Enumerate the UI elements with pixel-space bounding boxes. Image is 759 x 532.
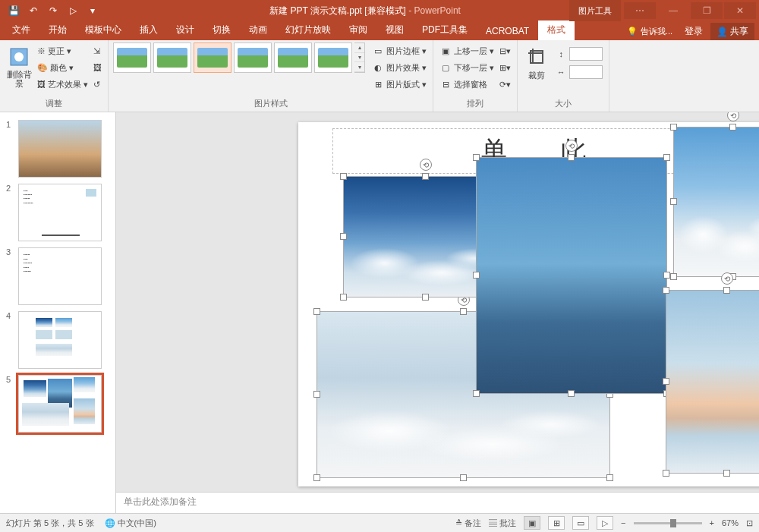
lightbulb-icon: 💡 — [627, 27, 638, 36]
ribbon-options-button[interactable]: ⋯ — [624, 2, 656, 19]
picture[interactable]: ⟲ — [666, 291, 759, 473]
width-icon: ↔ — [555, 66, 567, 78]
app-name: - PowerPoint — [406, 5, 461, 16]
fit-to-window-button[interactable]: ⊡ — [746, 518, 753, 528]
slide-number: 4 — [6, 311, 14, 320]
reading-view-button[interactable]: ▭ — [572, 516, 589, 530]
slide-thumbnail[interactable] — [18, 120, 102, 178]
artistic-effects-button[interactable]: 🖼 艺术效果 ▾ — [36, 76, 90, 93]
picture[interactable]: ⟲ — [674, 127, 759, 276]
tab-view[interactable]: 视图 — [376, 20, 413, 40]
layout-icon: ⊞ — [372, 78, 384, 90]
slide-thumbnail[interactable] — [18, 375, 102, 433]
reset-picture-button[interactable]: ↺ — [92, 76, 103, 93]
slide-thumbnail[interactable] — [18, 311, 102, 369]
tab-insert[interactable]: 插入 — [131, 20, 167, 40]
window-title: 新建 PPT 演示文稿.ppt [兼容模式] - PowerPoint — [106, 5, 624, 17]
tab-acrobat[interactable]: ACROBAT — [477, 23, 538, 40]
zoom-out-button[interactable]: − — [621, 518, 625, 527]
redo-button[interactable]: ↷ — [44, 2, 62, 19]
tab-file[interactable]: 文件 — [3, 20, 39, 40]
tab-transitions[interactable]: 切换 — [203, 20, 240, 40]
slideshow-view-button[interactable]: ▷ — [597, 516, 613, 530]
restore-button[interactable]: ❐ — [691, 2, 723, 19]
slide-number: 3 — [6, 247, 14, 257]
language-button[interactable]: 🌐 中文(中国) — [105, 518, 156, 529]
picture[interactable]: ⟲ — [477, 158, 666, 393]
height-icon: ↕ — [555, 48, 567, 60]
undo-button[interactable]: ↶ — [24, 2, 43, 19]
group-button[interactable]: ⊞▾ — [498, 59, 512, 76]
slide-thumb-row[interactable]: 5 — [0, 372, 115, 436]
zoom-in-button[interactable]: + — [710, 518, 714, 527]
slide-thumb-row[interactable]: 2 ▪▪▪▪▪▪▪▪▪▪▪▪▪▪▪▪▪▪▪▪▪▪▪▪▪▪▪ — [0, 181, 115, 244]
tab-pdf[interactable]: PDF工具集 — [413, 20, 477, 40]
picture-styles-gallery[interactable]: ▴▾▾ — [113, 42, 365, 73]
signin-button[interactable]: 登录 — [680, 24, 707, 39]
width-input[interactable]: ↔ — [553, 64, 604, 80]
bring-forward-button[interactable]: ▣上移一层 ▾ — [438, 42, 496, 59]
ribbon: 删除背景 ※ 更正 ▾ 🎨 颜色 ▾ 🖼 艺术效果 ▾ ⇲ 🖼 ↺ 调整 — [0, 40, 759, 112]
picture-layout-button[interactable]: ⊞图片版式 ▾ — [370, 76, 428, 93]
zoom-percentage[interactable]: 67% — [722, 518, 739, 527]
bring-forward-icon: ▣ — [439, 45, 452, 57]
align-button[interactable]: ⊟▾ — [498, 42, 512, 59]
group-size: 裁剪 ↕ ↔ 大小 — [518, 40, 609, 112]
close-button[interactable]: ✕ — [724, 2, 756, 19]
height-input[interactable]: ↕ — [553, 46, 604, 62]
normal-view-button[interactable]: ▣ — [524, 516, 540, 530]
start-slideshow-button[interactable]: ▷ — [64, 2, 82, 19]
style-item[interactable] — [113, 42, 151, 73]
tab-home[interactable]: 开始 — [39, 20, 76, 40]
group-adjust: 删除背景 ※ 更正 ▾ 🎨 颜色 ▾ 🖼 艺术效果 ▾ ⇲ 🖼 ↺ 调整 — [0, 40, 109, 112]
slide-thumb-row[interactable]: 3 ▪▪▪▪▪▪▪▪▪▪▪▪▪▪▪▪▪▪▪▪▪▪▪▪▪▪▪▪▪▪ — [0, 244, 115, 308]
save-button[interactable]: 💾 — [5, 2, 23, 19]
tab-animations[interactable]: 动画 — [240, 20, 276, 40]
slide-thumbnail[interactable]: ▪▪▪▪▪▪▪▪▪▪▪▪▪▪▪▪▪▪▪▪▪▪▪▪▪▪▪▪▪▪ — [18, 247, 102, 305]
tab-format[interactable]: 格式 — [538, 20, 575, 40]
picture-border-button[interactable]: ▭图片边框 ▾ — [370, 42, 428, 59]
border-icon: ▭ — [372, 45, 384, 57]
slide-editor[interactable]: 单 此 ⟲ ⟲ ⟲ ⟲ ⟲ — [116, 112, 759, 513]
zoom-slider[interactable] — [634, 522, 702, 524]
selection-pane-button[interactable]: ⊟选择窗格 — [438, 76, 496, 93]
slide-thumb-row[interactable]: 4 — [0, 308, 115, 372]
color-button[interactable]: 🎨 颜色 ▾ — [36, 59, 90, 76]
slide-info: 幻灯片 第 5 张，共 5 张 — [6, 518, 94, 529]
tab-design[interactable]: 设计 — [167, 20, 203, 40]
rotate-button[interactable]: ⟳▾ — [498, 76, 512, 93]
quick-access-toolbar: 💾 ↶ ↷ ▷ ▾ — [0, 2, 106, 19]
corrections-button[interactable]: ※ 更正 ▾ — [36, 42, 90, 59]
remove-background-button[interactable]: 删除背景 — [5, 42, 33, 88]
style-item[interactable] — [194, 42, 231, 73]
send-backward-button[interactable]: ▢下移一层 ▾ — [438, 59, 496, 76]
change-picture-button[interactable]: 🖼 — [92, 59, 103, 76]
group-styles-label: 图片样式 — [113, 96, 428, 112]
minimize-button[interactable]: — — [657, 2, 689, 19]
svg-point-1 — [14, 52, 24, 61]
slide-thumbnail-panel[interactable]: 1 2 ▪▪▪▪▪▪▪▪▪▪▪▪▪▪▪▪▪▪▪▪▪▪▪▪▪▪▪ 3 ▪▪▪▪▪▪… — [0, 112, 116, 513]
tell-me-search[interactable]: 💡 告诉我... — [622, 24, 677, 39]
crop-button[interactable]: 裁剪 — [522, 42, 551, 81]
tab-slideshow[interactable]: 幻灯片放映 — [276, 20, 340, 40]
share-label: 共享 — [730, 25, 748, 38]
gallery-more-button[interactable]: ▴▾▾ — [354, 42, 365, 73]
style-item[interactable] — [314, 42, 352, 73]
tab-template[interactable]: 模板中心 — [76, 20, 131, 40]
compress-pictures-button[interactable]: ⇲ — [92, 42, 103, 59]
comments-toggle[interactable]: ▤ 批注 — [489, 518, 516, 529]
picture-effects-button[interactable]: ◐图片效果 ▾ — [370, 59, 428, 76]
slide-number: 1 — [6, 120, 14, 129]
slide-thumb-row[interactable]: 1 — [0, 117, 115, 181]
style-item[interactable] — [234, 42, 272, 73]
notes-toggle[interactable]: ≙ 备注 — [455, 518, 481, 529]
share-button[interactable]: 👤 共享 — [710, 23, 754, 40]
qat-more-button[interactable]: ▾ — [83, 2, 102, 19]
style-item[interactable] — [153, 42, 191, 73]
rotate-handle[interactable]: ⟲ — [727, 112, 739, 121]
notes-pane[interactable]: 单击此处添加备注 — [116, 492, 759, 513]
sorter-view-button[interactable]: ⊞ — [548, 516, 565, 530]
slide-thumbnail[interactable]: ▪▪▪▪▪▪▪▪▪▪▪▪▪▪▪▪▪▪▪▪▪▪▪▪▪▪▪ — [18, 184, 102, 241]
tab-review[interactable]: 审阅 — [340, 20, 376, 40]
style-item[interactable] — [274, 42, 312, 73]
